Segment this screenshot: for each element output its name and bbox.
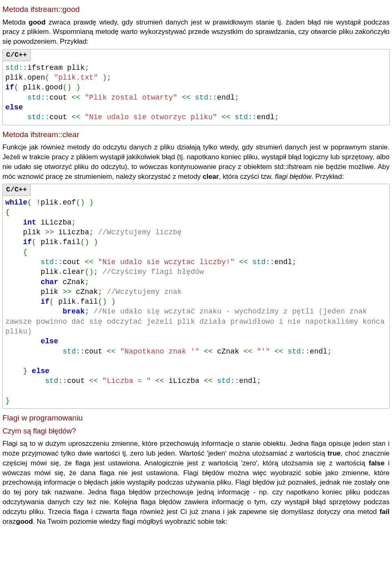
heading-flags: Flagi w programowaniu xyxy=(2,413,390,424)
para-good: Metoda good zwraca prawdę wtedy, gdy str… xyxy=(2,18,390,47)
code-block-good: C/C++ std::ifstream plik; plik.open( "pl… xyxy=(2,49,390,125)
code-block-clear: C/C++ while( !plik.eof() ) { int iLiczba… xyxy=(2,184,390,409)
para-flags: Flagi są to w dużym uproszczeniu zmienne… xyxy=(2,439,390,526)
code-label: C/C++ xyxy=(3,49,31,61)
heading-clear: Metoda ifstream::clear xyxy=(2,129,390,140)
code-content: std::ifstream plik; plik.open( "plik.txt… xyxy=(3,61,389,125)
code-content: while( !plik.eof() ) { int iLiczba; plik… xyxy=(3,196,389,408)
heading-flags-sub: Czym są flagi błędów? xyxy=(2,426,390,436)
code-label: C/C++ xyxy=(3,184,31,196)
heading-good: Metoda ifstream::good xyxy=(2,4,390,15)
para-clear: Funkcje jak również metody do odczytu da… xyxy=(2,142,390,181)
